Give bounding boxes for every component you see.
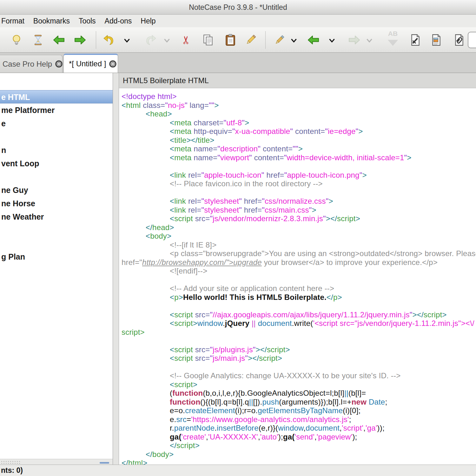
code-token: css/normalize.css	[265, 197, 326, 205]
code-token: meta	[174, 144, 191, 153]
code-token: >	[256, 345, 260, 354]
cut-button[interactable]: ✂	[179, 33, 193, 47]
tree-item[interactable]: g Plan	[0, 250, 113, 263]
menu-format[interactable]: Format	[1, 17, 24, 25]
nav-forward-button[interactable]	[347, 33, 361, 47]
go-forward-button[interactable]	[73, 33, 87, 47]
code-token: >	[169, 450, 174, 459]
tree-item[interactable]: me Platformer	[0, 103, 113, 117]
code-token: p	[333, 293, 338, 301]
code-token: "	[404, 153, 407, 162]
code-token: src=	[195, 310, 210, 319]
tree-item[interactable]: ne Weather	[0, 210, 113, 223]
code-token: ga(	[283, 433, 295, 441]
new-note-button[interactable]	[10, 33, 23, 47]
code-token: 'ga'	[366, 424, 377, 432]
code-token: <!-- Google Analytics: change UA-XXXXX-X…	[170, 371, 400, 380]
tree-item[interactable]	[0, 237, 113, 250]
code-token: ;	[385, 398, 387, 406]
insert-image-button[interactable]	[429, 33, 443, 47]
redo-button[interactable]	[143, 33, 157, 47]
code-line: (function(b,o,i,l,e,r){b.GoogleAnalytics…	[122, 389, 476, 398]
code-token: ,	[314, 433, 317, 441]
code-token: rel=	[188, 197, 202, 205]
code-line: <link rel="stylesheet" href="css/normali…	[122, 197, 476, 206]
code-token: >	[407, 153, 411, 162]
code-line: </script>	[122, 441, 476, 450]
highlight-dropdown[interactable]	[291, 38, 297, 44]
hourglass-button[interactable]	[31, 33, 45, 47]
edit-button[interactable]	[244, 33, 258, 47]
code-token: e.	[170, 415, 176, 424]
code-token: "	[325, 127, 328, 136]
scrollbar-thumb[interactable]	[100, 462, 109, 464]
tree-item[interactable]: ne Guy	[0, 183, 113, 197]
code-token: body	[152, 450, 169, 459]
nav-back-button[interactable]	[307, 33, 321, 47]
code-token	[193, 354, 195, 362]
code-area[interactable]: <!doctype html><html class="no-js" lang=…	[119, 88, 476, 465]
code-line: <!-- Google Analytics: change UA-XXXXX-X…	[122, 371, 476, 380]
code-token: "	[210, 214, 213, 223]
copy-button[interactable]	[201, 33, 215, 47]
code-token: parentNode	[174, 424, 215, 432]
tree-item[interactable]	[0, 223, 113, 237]
tree-horizontal-scrollbar[interactable]	[0, 459, 113, 465]
tab-notecase-help[interactable]: Case Pro Help	[0, 55, 63, 73]
nav-forward-dropdown[interactable]	[366, 38, 373, 44]
tree-item[interactable]: e	[0, 117, 113, 130]
highlighter-icon	[273, 34, 285, 46]
go-back-button[interactable]	[52, 33, 66, 47]
menu-bookmarks[interactable]: Bookmarks	[33, 17, 70, 25]
code-token: stylesheet	[204, 206, 239, 214]
paste-button[interactable]	[223, 33, 237, 47]
code-token: name=	[194, 153, 217, 162]
code-token: createElement	[185, 406, 235, 415]
code-token: Date	[369, 398, 385, 406]
tab-close-button[interactable]	[109, 60, 116, 68]
code-token: <	[170, 310, 174, 319]
undo-button[interactable]	[102, 33, 116, 47]
tree-item[interactable]	[0, 130, 113, 143]
highlight-pen-button[interactable]	[272, 33, 286, 47]
tree-item[interactable]: vent Loop	[0, 157, 113, 170]
tree-item[interactable]: n	[0, 143, 113, 157]
code-token: <!-- Add your site or application conten…	[170, 284, 334, 293]
nav-back-dropdown[interactable]	[329, 38, 335, 44]
search-input[interactable]	[468, 32, 476, 48]
tab-close-button[interactable]	[55, 60, 63, 68]
menu-addons[interactable]: Add-ons	[105, 17, 132, 25]
arrow-left-icon	[53, 34, 65, 46]
code-token: (i);r=o.	[235, 406, 258, 415]
code-token: (arguments)});b[l].l=+	[279, 398, 352, 406]
menu-help[interactable]: Help	[141, 17, 155, 25]
code-token: no-js	[168, 101, 185, 109]
tab-untitled[interactable]: *[ Untitled ]	[63, 54, 118, 73]
tree-item[interactable]: e HTML	[0, 90, 113, 103]
tree-item[interactable]	[0, 170, 113, 183]
code-token: Hello world! This is HTML5 Boilerplate.	[183, 293, 327, 301]
code-token: 'script'	[342, 424, 363, 432]
code-token: your browser</a> to improve your experie…	[262, 258, 438, 267]
code-token: >	[412, 310, 417, 319]
code-token: </	[417, 310, 424, 319]
tree-item[interactable]: ne Horse	[0, 197, 113, 210]
undo-dropdown[interactable]	[124, 38, 130, 44]
note-title: HTML5 Boilerplate HTML	[119, 73, 476, 88]
change-case-button[interactable]: AB	[386, 33, 400, 47]
attach-file-button[interactable]	[452, 33, 466, 47]
insert-link-note-button[interactable]	[408, 33, 422, 47]
code-line	[122, 336, 476, 345]
pane-splitter[interactable]	[113, 73, 119, 465]
code-token: script	[174, 310, 193, 319]
code-token: <	[170, 354, 174, 362]
redo-dropdown[interactable]	[164, 38, 170, 44]
code-token	[186, 171, 188, 179]
code-token: "	[239, 197, 242, 205]
code-token: <!doctype html>	[122, 92, 177, 101]
code-token: >	[358, 127, 363, 136]
code-token	[186, 197, 188, 205]
code-token: "	[284, 171, 287, 179]
menu-tools[interactable]: Tools	[79, 17, 96, 25]
code-token: "	[224, 118, 227, 127]
